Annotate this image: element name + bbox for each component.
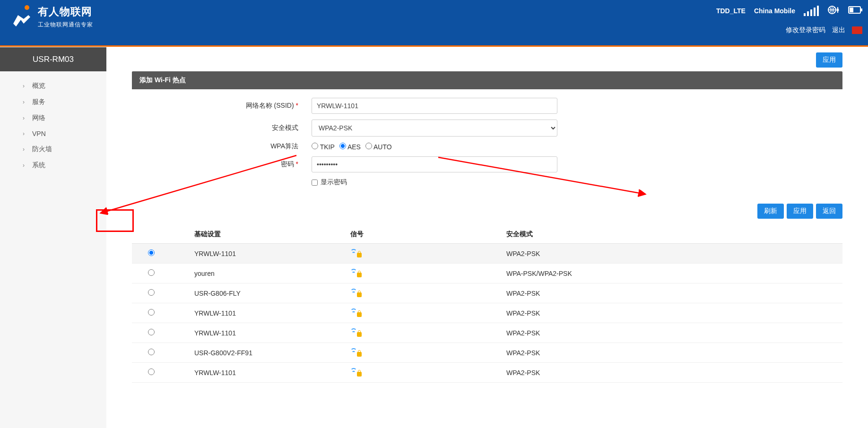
row-radio[interactable] [148, 329, 155, 335]
col-basic-header: 基础设置 [189, 225, 345, 244]
wifi-lock-icon [350, 328, 361, 336]
chevron-right-icon: › [23, 130, 25, 137]
main-content: 应用 添加 Wi-Fi 热点 网络名称 (SSID)* 安全模式 WPA2-PS… [106, 47, 868, 428]
svg-rect-4 [850, 8, 853, 12]
row-signal [345, 343, 501, 363]
row-ssid: YRWLW-1101 [189, 244, 345, 264]
carrier-name: China Mobile [754, 7, 795, 15]
table-row[interactable]: USR-G806-FLYWPA2-PSK [132, 283, 842, 303]
table-row[interactable]: YRWLW-1101WPA2-PSK [132, 244, 842, 264]
wifi-lock-icon [350, 348, 361, 356]
nav-item-label: 系统 [32, 161, 45, 170]
security-mode-label: 安全模式 [272, 124, 298, 131]
chevron-right-icon: › [23, 83, 25, 89]
wifi-lock-icon [350, 308, 361, 317]
row-security: WPA2-PSK [501, 363, 842, 383]
wifi-lock-icon [350, 248, 361, 257]
row-security: WPA2-PSK [501, 283, 842, 303]
row-ssid: USR-G800V2-FF91 [189, 343, 345, 363]
flag-icon[interactable] [852, 26, 862, 34]
chevron-right-icon: › [23, 162, 25, 169]
svg-rect-3 [861, 9, 862, 11]
brand-subtitle: 工业物联网通信专家 [38, 21, 93, 29]
table-row[interactable]: USR-G800V2-FF91WPA2-PSK [132, 343, 842, 363]
nav-item[interactable]: ›VPN [0, 126, 106, 141]
row-security: WPA2-PSK [501, 323, 842, 343]
brand-logo-icon [9, 5, 33, 28]
nav-item-label: 网络 [32, 114, 45, 122]
col-select-header [132, 225, 189, 244]
row-ssid: YRWLW-1101 [189, 303, 345, 323]
row-ssid: USR-G806-FLY [189, 283, 345, 303]
row-radio[interactable] [148, 249, 155, 256]
wifi-scan-table: 基础设置 信号 安全模式 YRWLW-1101WPA2-PSKyourenWPA… [132, 225, 842, 383]
wpa-algo-label: WPA算法 [270, 142, 298, 150]
show-password-checkbox[interactable]: 显示密码 [312, 178, 557, 187]
row-radio[interactable] [148, 269, 155, 276]
link-logout[interactable]: 退出 [832, 26, 845, 34]
algo-aes-option[interactable]: AES [339, 143, 361, 151]
nav-item-label: VPN [32, 130, 46, 137]
nav-item[interactable]: ›服务 [0, 94, 106, 110]
row-signal [345, 323, 501, 343]
nav-item[interactable]: ›系统 [0, 157, 106, 173]
row-radio[interactable] [148, 349, 155, 355]
required-mark: * [296, 102, 298, 109]
password-input[interactable] [312, 156, 557, 172]
password-label: 密码 [281, 160, 294, 168]
row-ssid: YRWLW-1101 [189, 363, 345, 383]
row-ssid: youren [189, 264, 345, 283]
globe-sync-icon[interactable] [827, 5, 840, 17]
row-radio[interactable] [148, 368, 155, 375]
nav-item[interactable]: ›防火墙 [0, 141, 106, 157]
row-security: WPA2-PSK [501, 343, 842, 363]
nav-item[interactable]: ›概览 [0, 78, 106, 94]
wifi-scan-tbody: YRWLW-1101WPA2-PSKyourenWPA-PSK/WPA2-PSK… [132, 244, 842, 383]
back-button[interactable]: 返回 [816, 204, 842, 219]
nav-item-label: 服务 [32, 98, 45, 106]
nav-item-label: 概览 [32, 82, 45, 90]
table-row[interactable]: YRWLW-1101WPA2-PSK [132, 303, 842, 323]
signal-bars-icon [804, 6, 819, 16]
top-header: 有人物联网 工业物联网通信专家 TDD_LTE China Mobile 修改登… [0, 0, 868, 45]
security-mode-select[interactable]: WPA2-PSK [312, 120, 557, 137]
row-ssid: YRWLW-1101 [189, 323, 345, 343]
row-signal [345, 264, 501, 283]
network-mode: TDD_LTE [716, 7, 746, 15]
device-model: USR-RM03 [0, 47, 106, 71]
row-security: WPA2-PSK [501, 244, 842, 264]
nav-item-label: 防火墙 [32, 145, 52, 154]
row-signal [345, 363, 501, 383]
row-radio[interactable] [148, 309, 155, 316]
brand-title: 有人物联网 [38, 5, 93, 19]
table-row[interactable]: YRWLW-1101WPA2-PSK [132, 323, 842, 343]
wifi-lock-icon [350, 268, 361, 277]
ssid-label: 网络名称 (SSID) [246, 102, 294, 109]
ssid-input[interactable] [312, 98, 557, 114]
svg-point-0 [25, 5, 29, 10]
row-signal [345, 244, 501, 264]
col-signal-header: 信号 [345, 225, 501, 244]
required-mark: * [296, 160, 298, 168]
row-security: WPA-PSK/WPA2-PSK [501, 264, 842, 283]
nav-item[interactable]: ›网络 [0, 110, 106, 126]
row-radio[interactable] [148, 289, 155, 296]
wifi-lock-icon [350, 368, 361, 376]
sidebar: USR-RM03 ›概览›服务›网络›VPN›防火墙›系统 [0, 47, 106, 428]
row-security: WPA2-PSK [501, 303, 842, 323]
col-security-header: 安全模式 [501, 225, 842, 244]
algo-auto-option[interactable]: AUTO [365, 143, 392, 151]
apply-button[interactable]: 应用 [787, 204, 813, 219]
table-row[interactable]: yourenWPA-PSK/WPA2-PSK [132, 264, 842, 283]
table-row[interactable]: YRWLW-1101WPA2-PSK [132, 363, 842, 383]
apply-button-top[interactable]: 应用 [816, 52, 842, 68]
refresh-button[interactable]: 刷新 [757, 204, 784, 219]
battery-icon [848, 6, 862, 15]
chevron-right-icon: › [23, 99, 25, 105]
row-signal [345, 303, 501, 323]
link-change-password[interactable]: 修改登录密码 [786, 26, 825, 34]
row-signal [345, 283, 501, 303]
chevron-right-icon: › [23, 146, 25, 153]
wifi-lock-icon [350, 288, 361, 297]
algo-tkip-option[interactable]: TKIP [312, 143, 335, 151]
